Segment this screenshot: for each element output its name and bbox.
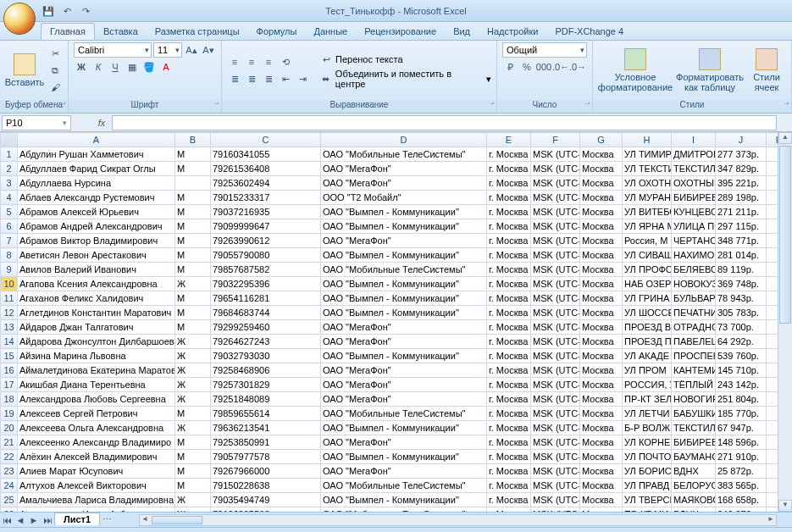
cell[interactable]: НАХИМОВ (672, 248, 716, 263)
cell[interactable]: 78 943р. (716, 291, 767, 306)
table-row[interactable]: 7Абрамов Виктор ВладимировичМ79263990612… (1, 234, 792, 248)
cell[interactable]: М (175, 162, 211, 176)
fill-color-icon[interactable]: 🪣 (141, 59, 157, 75)
table-row[interactable]: 14Айдарова Джонсултон ДилбаршоевЖ7926462… (1, 335, 792, 349)
cell[interactable]: MSK (UTC- (531, 363, 580, 378)
cell[interactable]: 297 115р. (716, 219, 767, 234)
cell[interactable]: М (175, 234, 211, 248)
cell[interactable]: Агаханов Феликс Халидович (18, 291, 175, 306)
cell[interactable]: М (175, 464, 211, 479)
table-row[interactable]: 17Акишбая Диана ТерентьевнаЖ79257301829О… (1, 378, 792, 392)
cell[interactable]: 289 198р. (716, 191, 767, 205)
cell[interactable]: MSK (UTC- (531, 392, 580, 407)
cell[interactable]: Айдаров Джан Талгатович (18, 320, 175, 335)
row-header[interactable]: 22 (1, 450, 18, 464)
cell[interactable]: Москва (580, 450, 623, 464)
cell[interactable]: Александрова Любовь Сергеевна (18, 392, 175, 407)
indent-dec-icon[interactable]: ⇤ (278, 71, 293, 86)
cell[interactable]: УЛ ПРАВД (623, 479, 672, 493)
cell[interactable]: Аветисян Левон Арестакович (18, 248, 175, 263)
cell[interactable]: М (175, 407, 211, 421)
cell[interactable]: Москва (580, 335, 623, 349)
row-header[interactable]: 11 (1, 291, 18, 306)
table-row[interactable]: 13Айдаров Джан ТалгатовичМ79299259460ОАО… (1, 320, 792, 335)
cell[interactable]: MSK (UTC- (531, 479, 580, 493)
cell[interactable]: МАЯКОВС (672, 493, 716, 507)
cell[interactable]: УЛ ОХОТН (623, 176, 672, 191)
cell[interactable]: 79261536408 (211, 162, 321, 176)
cell[interactable]: Москва (580, 234, 623, 248)
col-header[interactable]: H (623, 133, 672, 147)
cell[interactable]: Москва (580, 363, 623, 378)
cell[interactable]: Б-Р ВОЛЖ (623, 421, 672, 435)
cell[interactable]: 79299259460 (211, 320, 321, 335)
cell[interactable]: М (175, 147, 211, 162)
cell[interactable]: Алиев Марат Юсупович (18, 464, 175, 479)
row-header[interactable]: 10 (1, 277, 18, 291)
cell[interactable]: г. Москва (487, 176, 531, 191)
cell[interactable]: г. Москва (487, 306, 531, 320)
row-header[interactable]: 21 (1, 435, 18, 450)
cell[interactable]: М (175, 479, 211, 493)
col-header[interactable]: G (580, 133, 623, 147)
table-row[interactable]: 21Алексеенко Александр ВладимироМ7925385… (1, 435, 792, 450)
cell[interactable]: 79857687582 (211, 263, 321, 277)
italic-icon[interactable]: К (91, 59, 106, 75)
cell[interactable]: MSK (UTC- (531, 162, 580, 176)
row-header[interactable]: 24 (1, 479, 18, 493)
name-box[interactable]: P10 (2, 115, 71, 130)
cell[interactable]: г. Москва (487, 205, 531, 219)
cell[interactable]: MSK (UTC- (531, 335, 580, 349)
cell[interactable]: Алёхин Алексей Владимирович (18, 450, 175, 464)
table-row[interactable]: 9Авилов Валерий ИвановичМ79857687582ОАО … (1, 263, 792, 277)
cell[interactable]: Алексеев Сергей Петрович (18, 407, 175, 421)
cell[interactable]: Москва (580, 464, 623, 479)
table-row[interactable]: 19Алексеев Сергей ПетровичМ79859655614ОА… (1, 407, 792, 421)
cell[interactable]: Россия, М (623, 234, 672, 248)
cell[interactable]: Ж (175, 378, 211, 392)
ribbon-tab-2[interactable]: Разметка страницы (147, 24, 248, 40)
cell[interactable]: Москва (580, 248, 623, 263)
scroll-down-icon[interactable]: ▼ (778, 500, 792, 512)
cell[interactable]: УЛ СИВАШ (623, 248, 672, 263)
bold-icon[interactable]: Ж (74, 59, 89, 75)
cell[interactable]: 79267966000 (211, 464, 321, 479)
cell[interactable]: 340 973р. (716, 507, 767, 513)
orientation-icon[interactable]: ⟲ (278, 54, 293, 69)
table-row[interactable]: 5Абрамов Алексей ЮрьевичМ79037216935ОАО … (1, 205, 792, 219)
cell[interactable]: ОАО "Мобильные ТелеСистемы" (321, 479, 487, 493)
indent-inc-icon[interactable]: ⇥ (295, 71, 310, 86)
cell[interactable]: ПР-КТ МИ (623, 507, 672, 513)
dec-decimal-icon[interactable]: .0→ (570, 59, 585, 75)
cell[interactable]: 79055790080 (211, 248, 321, 263)
cell[interactable]: 67 947р. (716, 421, 767, 435)
office-button[interactable] (3, 3, 36, 35)
cell[interactable]: 79150228638 (211, 479, 321, 493)
row-header[interactable]: 18 (1, 392, 18, 407)
row-header[interactable]: 17 (1, 378, 18, 392)
cell[interactable]: УЛ ВИТЕБС (623, 205, 672, 219)
cell[interactable]: 79251848089 (211, 392, 321, 407)
paste-button[interactable]: Вставить (5, 46, 44, 95)
cell[interactable]: MSK (UTC- (531, 435, 580, 450)
cell[interactable]: 73 700р. (716, 320, 767, 335)
cell[interactable]: Аглетдинов Константин Маратович (18, 306, 175, 320)
fx-button[interactable]: fx (93, 115, 110, 130)
cell[interactable]: НАБ ОЗЕР (623, 277, 672, 291)
cell[interactable]: MSK (UTC- (531, 205, 580, 219)
cell[interactable]: г. Москва (487, 191, 531, 205)
ribbon-tab-3[interactable]: Формулы (248, 24, 306, 40)
percent-icon[interactable]: % (519, 59, 534, 75)
comma-icon[interactable]: 000 (536, 59, 551, 75)
cell[interactable]: MSK (UTC- (531, 320, 580, 335)
cell[interactable]: ОАО "МегаФон" (321, 176, 487, 191)
col-header[interactable]: B (175, 133, 211, 147)
cell[interactable]: ПЕЧАТНИК (672, 306, 716, 320)
cell[interactable]: 243 142р. (716, 378, 767, 392)
row-header[interactable]: 7 (1, 234, 18, 248)
cell[interactable]: Москва (580, 349, 623, 363)
cell[interactable]: 79015233317 (211, 191, 321, 205)
cell[interactable]: ОАО "Вымпел - Коммуникации" (321, 421, 487, 435)
cell[interactable]: Москва (580, 507, 623, 513)
merge-center-button[interactable]: ⬌Объединить и поместить в центре▾ (318, 69, 491, 89)
